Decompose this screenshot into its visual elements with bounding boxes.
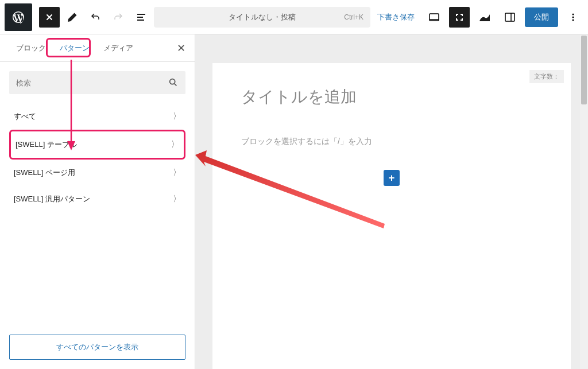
top-right-actions: 下書き保存 公開 [373,7,583,28]
svg-point-8 [572,16,574,18]
tab-patterns[interactable]: パターン [53,34,96,61]
settings-panel-button[interactable] [500,7,520,28]
pattern-item-label: [SWELL] 汎用パターン [14,194,90,204]
document-outline-button[interactable] [131,7,152,28]
publish-button[interactable]: 公開 [525,7,558,27]
vertical-scrollbar[interactable] [580,34,588,369]
pattern-category-list: すべて 〉 [SWELL] テーブル 〉 [SWELL] ページ用 〉 [SWE… [0,103,195,212]
editor-canvas-wrapper: 文字数： タイトルを追加 ブロックを選択するには「/」を入力 + [195,34,588,369]
close-editor-button[interactable] [39,7,60,28]
chevron-right-icon: 〉 [173,194,181,204]
svg-rect-1 [137,17,143,18]
sidebar-tabs: ブロック パターン メディア ✕ [0,34,195,62]
pattern-item-swell-page[interactable]: [SWELL] ページ用 〉 [9,160,185,186]
search-input[interactable] [16,79,168,87]
document-shortcut: Ctrl+K [344,13,363,21]
inserter-sidebar: ブロック パターン メディア ✕ すべて 〉 [SWELL] テーブル 〉 [S [0,34,195,369]
preview-button[interactable] [424,7,444,28]
search-icon [168,77,179,88]
svg-rect-5 [505,13,514,21]
post-title-input[interactable]: タイトルを追加 [241,86,542,108]
pattern-item-label: すべて [14,111,36,122]
svg-point-7 [572,13,574,15]
pattern-item-label: [SWELL] ページ用 [14,168,75,178]
close-panel-button[interactable]: ✕ [177,42,185,55]
svg-point-9 [572,19,574,21]
svg-line-11 [175,84,177,86]
show-all-patterns-button[interactable]: すべてのパターンを表示 [9,335,185,360]
search-box[interactable] [9,71,185,94]
tab-blocks[interactable]: ブロック [9,34,53,61]
redo-button[interactable] [108,7,129,28]
pattern-item-swell-general[interactable]: [SWELL] 汎用パターン 〉 [9,186,185,212]
swell-icon[interactable] [474,7,495,28]
tab-media[interactable]: メディア [96,34,140,61]
edit-tool-button[interactable] [62,7,83,28]
svg-point-10 [170,79,175,84]
wordpress-logo[interactable] [5,3,32,31]
pattern-item-all[interactable]: すべて 〉 [9,103,185,130]
document-title-bar[interactable]: タイトルなし・投稿 Ctrl+K [154,7,370,28]
scrollbar-thumb[interactable] [581,36,587,104]
fullscreen-button[interactable] [449,7,470,28]
add-block-button[interactable]: + [384,170,400,186]
more-options-button[interactable] [563,7,583,28]
save-draft-button[interactable]: 下書き保存 [373,12,419,22]
chevron-right-icon: 〉 [173,168,181,178]
undo-button[interactable] [85,7,106,28]
svg-rect-2 [137,20,144,21]
main-layout: ブロック パターン メディア ✕ すべて 〉 [SWELL] テーブル 〉 [S [0,34,588,369]
word-count-badge: 文字数： [529,70,564,83]
pattern-item-swell-table[interactable]: [SWELL] テーブル 〉 [9,130,185,160]
block-placeholder[interactable]: ブロックを選択するには「/」を入力 [241,137,542,147]
chevron-right-icon: 〉 [173,111,181,122]
svg-rect-0 [137,14,145,15]
editor-canvas[interactable]: 文字数： タイトルを追加 ブロックを選択するには「/」を入力 + [212,63,571,369]
top-toolbar: タイトルなし・投稿 Ctrl+K 下書き保存 公開 [0,0,588,34]
document-title: タイトルなし・投稿 [161,12,363,22]
pattern-item-label: [SWELL] テーブル [16,139,77,150]
chevron-right-icon: 〉 [171,139,179,150]
